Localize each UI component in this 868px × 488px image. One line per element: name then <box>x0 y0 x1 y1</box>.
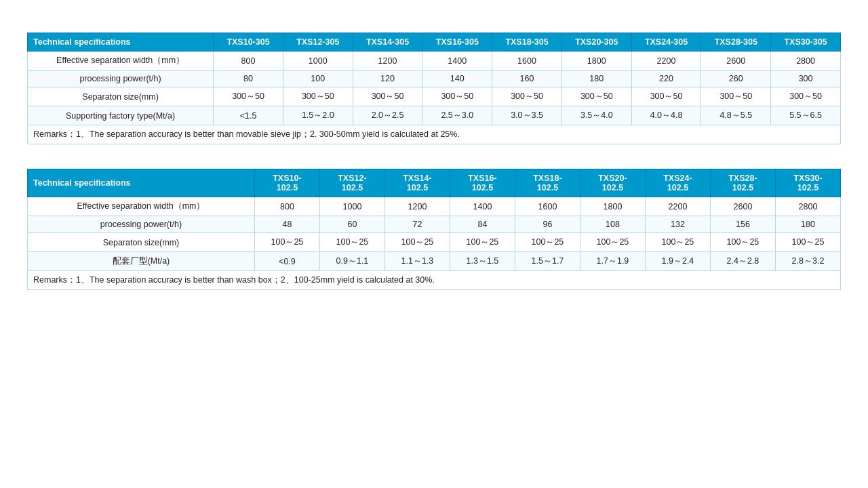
table2-cell-1-1: 48 <box>254 216 319 233</box>
table2-cell-0-3: 1200 <box>384 197 450 216</box>
table2-col-header-6: TXS20-102.5 <box>580 169 645 197</box>
table2-cell-0-1: 800 <box>254 197 319 216</box>
table1-cell-3-6: 3.5～4.0 <box>561 106 631 125</box>
table-row: processing power(t/h)4860728496108132156… <box>28 216 841 233</box>
table2-cell-3-5: 1.5～1.7 <box>515 252 580 271</box>
table1-cell-2-6: 300～50 <box>561 87 631 106</box>
table1-cell-1-1: 80 <box>214 70 283 87</box>
table2-cell-0-8: 2600 <box>710 197 775 216</box>
table2-cell-2-0: Separaton size(mm) <box>28 233 255 252</box>
table2-cell-1-6: 108 <box>580 216 645 233</box>
table2-cell-2-7: 100～25 <box>645 233 710 252</box>
table2-cell-3-6: 1.7～1.9 <box>580 252 645 271</box>
table1-cell-2-0: Separaton size(mm) <box>28 87 214 106</box>
table1-cell-1-2: 100 <box>283 70 353 87</box>
table1-remarks-row: Remarks：1、The separation accuracy is bet… <box>28 125 841 144</box>
table1-cell-2-5: 300～50 <box>492 87 562 106</box>
table2-cell-0-2: 1000 <box>319 197 384 216</box>
table1-col-header-4: TXS16-305 <box>422 33 492 52</box>
table1-cell-2-2: 300～50 <box>283 87 353 106</box>
table2-cell-0-7: 2200 <box>645 197 710 216</box>
table-row: Effective separation width（mm）8001000120… <box>28 52 841 70</box>
table2-cell-1-0: processing power(t/h) <box>28 216 255 233</box>
table2-col-header-0: Technical specifications <box>28 169 255 197</box>
table1-header-row: Technical specificationsTXS10-305TXS12-3… <box>28 33 841 52</box>
table1-cell-1-3: 120 <box>353 70 422 87</box>
table1-cell-1-6: 180 <box>561 70 631 87</box>
section-table2: Technical specificationsTXS10-102.5TXS12… <box>27 169 841 290</box>
table1-cell-3-9: 5.5～6.5 <box>771 106 841 125</box>
table2-cell-3-2: 0.9～1.1 <box>319 252 384 271</box>
table1-cell-2-3: 300～50 <box>353 87 422 106</box>
table1-cell-3-5: 3.0～3.5 <box>492 106 562 125</box>
table1-cell-0-9: 2800 <box>771 52 841 70</box>
table1-col-header-0: Technical specifications <box>28 33 214 52</box>
table1-cell-1-7: 220 <box>631 70 701 87</box>
table1-cell-2-1: 300～50 <box>214 87 283 106</box>
table1-cell-0-3: 1200 <box>353 52 422 70</box>
table2-col-header-8: TXS28-102.5 <box>710 169 775 197</box>
table2-cell-0-4: 1400 <box>450 197 515 216</box>
table1-cell-2-4: 300～50 <box>422 87 492 106</box>
table2-cell-2-9: 100～25 <box>775 233 840 252</box>
table2-col-header-9: TXS30-102.5 <box>775 169 840 197</box>
table2: Technical specificationsTXS10-102.5TXS12… <box>27 169 841 290</box>
table1-cell-3-2: 1.5～2.0 <box>283 106 353 125</box>
table2-col-header-7: TXS24-102.5 <box>645 169 710 197</box>
table2-col-header-3: TXS14-102.5 <box>384 169 450 197</box>
table1-cell-2-7: 300～50 <box>631 87 701 106</box>
table-row: processing power(t/h)8010012014016018022… <box>28 70 841 87</box>
table2-cell-3-8: 2.4～2.8 <box>710 252 775 271</box>
table-row: Supporting factory type(Mt/a)<1.51.5～2.0… <box>28 106 841 125</box>
table1-cell-1-4: 140 <box>422 70 492 87</box>
table1-col-header-7: TXS24-305 <box>631 33 701 52</box>
table2-cell-3-4: 1.3～1.5 <box>450 252 515 271</box>
table2-cell-2-6: 100～25 <box>580 233 645 252</box>
table2-cell-1-3: 72 <box>384 216 450 233</box>
table2-cell-2-2: 100～25 <box>319 233 384 252</box>
table2-cell-2-4: 100～25 <box>450 233 515 252</box>
table1-cell-0-8: 2600 <box>701 52 771 70</box>
table1: Technical specificationsTXS10-305TXS12-3… <box>27 33 841 144</box>
table2-col-header-4: TXS16-102.5 <box>450 169 515 197</box>
table2-col-header-1: TXS10-102.5 <box>254 169 319 197</box>
table2-cell-3-9: 2.8～3.2 <box>775 252 840 271</box>
table1-cell-0-7: 2200 <box>631 52 701 70</box>
table2-cell-1-7: 132 <box>645 216 710 233</box>
table1-col-header-1: TXS10-305 <box>214 33 283 52</box>
table-row: Effective separation width（mm）8001000120… <box>28 197 841 216</box>
table2-cell-3-7: 1.9～2.4 <box>645 252 710 271</box>
table1-cell-3-4: 2.5～3.0 <box>422 106 492 125</box>
table1-cell-1-5: 160 <box>492 70 562 87</box>
table2-col-header-5: TXS18-102.5 <box>515 169 580 197</box>
table2-cell-1-2: 60 <box>319 216 384 233</box>
section-table1: Technical specificationsTXS10-305TXS12-3… <box>27 33 841 144</box>
table2-cell-3-0: 配套厂型(Mt/a) <box>28 252 255 271</box>
table2-header-row: Technical specificationsTXS10-102.5TXS12… <box>28 169 841 197</box>
table2-cell-3-1: <0.9 <box>254 252 319 271</box>
table2-cell-2-1: 100～25 <box>254 233 319 252</box>
table-row: Separaton size(mm)300～50300～50300～50300～… <box>28 87 841 106</box>
table-row: Separaton size(mm)100～25100～25100～25100～… <box>28 233 841 252</box>
table2-cell-0-0: Effective separation width（mm） <box>28 197 255 216</box>
table1-col-header-2: TXS12-305 <box>283 33 353 52</box>
table1-cell-1-9: 300 <box>771 70 841 87</box>
table1-cell-3-3: 2.0～2.5 <box>353 106 422 125</box>
table1-cell-0-4: 1400 <box>422 52 492 70</box>
table2-cell-1-9: 180 <box>775 216 840 233</box>
table2-cell-2-8: 100～25 <box>710 233 775 252</box>
table1-col-header-3: TXS14-305 <box>353 33 422 52</box>
table2-col-header-2: TXS12-102.5 <box>319 169 384 197</box>
table1-cell-0-5: 1600 <box>492 52 562 70</box>
table1-remarks: Remarks：1、The separation accuracy is bet… <box>28 125 841 144</box>
table-row: 配套厂型(Mt/a)<0.90.9～1.11.1～1.31.3～1.51.5～1… <box>28 252 841 271</box>
table1-cell-2-8: 300～50 <box>701 87 771 106</box>
table1-cell-3-1: <1.5 <box>214 106 283 125</box>
table1-cell-0-1: 800 <box>214 52 283 70</box>
table2-cell-2-5: 100～25 <box>515 233 580 252</box>
table2-cell-0-6: 1800 <box>580 197 645 216</box>
table1-cell-0-2: 1000 <box>283 52 353 70</box>
table1-col-header-6: TXS20-305 <box>561 33 631 52</box>
table2-cell-1-4: 84 <box>450 216 515 233</box>
table2-cell-0-5: 1600 <box>515 197 580 216</box>
